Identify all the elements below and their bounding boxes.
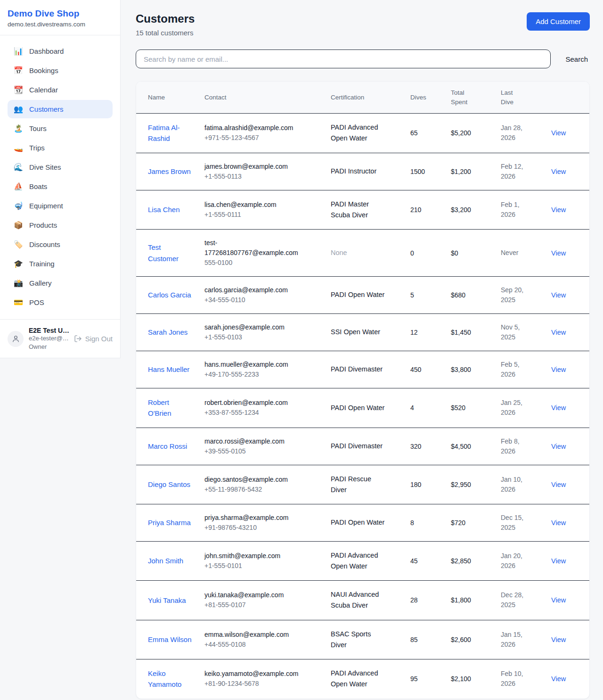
customer-name-link[interactable]: Robert O'Brien — [148, 397, 193, 419]
customer-name-link[interactable]: Marco Rossi — [148, 441, 187, 452]
sidebar-item-products[interactable]: 📦 Products — [8, 216, 113, 234]
customer-phone: +1-555-0103 — [204, 332, 327, 342]
customer-name-link[interactable]: Diego Santos — [148, 479, 190, 490]
customer-email: fatima.alrashid@example.com — [204, 123, 304, 133]
table-row: Keiko Yamamoto keiko.yamamoto@example.co… — [136, 659, 589, 699]
column-header-last-dive: Last Dive — [501, 82, 551, 114]
avatar — [8, 331, 24, 347]
sidebar-item-dashboard[interactable]: 📊 Dashboard — [8, 42, 113, 60]
view-link[interactable]: View — [551, 443, 566, 450]
view-link[interactable]: View — [551, 481, 566, 488]
certification: PADI Rescue Diver — [331, 474, 386, 495]
sidebar-item-calendar[interactable]: 📆 Calendar — [8, 81, 113, 99]
certification: None — [331, 247, 347, 258]
user-role: Owner — [29, 343, 69, 351]
sidebar-item-pos[interactable]: 💳 POS — [8, 293, 113, 312]
table-row: Marco Rossi marco.rossi@example.com +39-… — [136, 428, 589, 465]
customer-name-link[interactable]: John Smith — [148, 555, 183, 566]
sidebar: Demo Dive Shop demo.test.divestreams.com… — [0, 0, 121, 358]
sidebar-item-trips[interactable]: 🚤 Trips — [8, 139, 113, 157]
last-dive: Feb 5, 2026 — [501, 360, 529, 379]
sidebar-item-label: Training — [29, 260, 55, 268]
last-dive: Feb 1, 2026 — [501, 200, 529, 220]
table-header-row: Name Contact Certification Dives Total S… — [136, 82, 589, 114]
sidebar-item-label: Equipment — [29, 202, 63, 210]
page-header-text: Customers 15 total customers — [136, 12, 195, 37]
customer-email: hans.mueller@example.com — [204, 360, 304, 370]
sidebar-nav: 📊 Dashboard 📅 Bookings 📆 Calendar 👥 Cust… — [0, 35, 120, 319]
total-spent: $2,600 — [451, 636, 471, 643]
dives-count: 8 — [410, 519, 414, 527]
last-dive: Feb 12, 2026 — [501, 162, 529, 181]
sidebar-item-bookings[interactable]: 📅 Bookings — [8, 61, 113, 80]
customer-email: marco.rossi@example.com — [204, 436, 304, 446]
view-link[interactable]: View — [551, 557, 566, 565]
sign-out-label: Sign Out — [85, 335, 113, 343]
sidebar-item-customers[interactable]: 👥 Customers — [8, 100, 113, 118]
customer-name-link[interactable]: Yuki Tanaka — [148, 595, 186, 606]
sidebar-item-tours[interactable]: 🏝️ Tours — [8, 119, 113, 138]
view-link[interactable]: View — [551, 168, 566, 175]
search-input[interactable] — [136, 49, 551, 68]
sidebar-item-discounts[interactable]: 🏷️ Discounts — [8, 235, 113, 254]
column-header-dives: Dives — [410, 82, 451, 114]
add-customer-button[interactable]: Add Customer — [527, 12, 590, 31]
person-icon — [12, 335, 20, 343]
customer-phone: +34-555-0110 — [204, 295, 327, 305]
view-link[interactable]: View — [551, 129, 566, 137]
certification: PADI Master Scuba Diver — [331, 199, 386, 221]
view-link[interactable]: View — [551, 249, 566, 257]
customer-name-link[interactable]: Fatima Al-Rashid — [148, 122, 193, 144]
customer-name-link[interactable]: James Brown — [148, 166, 191, 177]
view-link[interactable]: View — [551, 596, 566, 604]
last-dive: Sep 20, 2025 — [501, 285, 529, 305]
sign-out-button[interactable]: Sign Out — [74, 335, 113, 343]
view-link[interactable]: View — [551, 329, 566, 336]
customer-email: keiko.yamamoto@example.com — [204, 669, 304, 679]
customer-name-link[interactable]: Hans Mueller — [148, 364, 189, 375]
last-dive: Nov 5, 2025 — [501, 322, 529, 342]
view-link[interactable]: View — [551, 519, 566, 527]
page-header: Customers 15 total customers Add Custome… — [136, 12, 590, 37]
search-button[interactable]: Search — [563, 52, 590, 66]
column-header-total-spent: Total Spent — [451, 82, 501, 114]
customer-name-link[interactable]: Emma Wilson — [148, 634, 192, 645]
sidebar-item-gallery[interactable]: 📸 Gallery — [8, 274, 113, 292]
dives-count: 65 — [410, 129, 418, 137]
bookings-icon: 📅 — [14, 66, 23, 75]
view-link[interactable]: View — [551, 206, 566, 214]
sidebar-item-dive-sites[interactable]: 🌊 Dive Sites — [8, 158, 113, 176]
last-dive: Dec 28, 2025 — [501, 590, 529, 610]
customer-email: test-1772681807767@example.com — [204, 238, 304, 258]
sidebar-item-training[interactable]: 🎓 Training — [8, 255, 113, 273]
customer-name-link[interactable]: Priya Sharma — [148, 517, 191, 528]
total-spent: $3,800 — [451, 366, 471, 373]
view-link[interactable]: View — [551, 366, 566, 373]
view-link[interactable]: View — [551, 291, 566, 299]
customer-name-link[interactable]: Carlos Garcia — [148, 289, 191, 300]
customer-phone: +81-90-1234-5678 — [204, 679, 327, 689]
sidebar-item-label: Bookings — [29, 66, 58, 74]
column-header-actions — [551, 82, 589, 114]
table-row: Carlos Garcia carlos.garcia@example.com … — [136, 277, 589, 314]
customer-email: james.brown@example.com — [204, 162, 304, 172]
sidebar-item-boats[interactable]: ⛵ Boats — [8, 177, 113, 196]
certification: BSAC Sports Diver — [331, 629, 386, 651]
dives-count: 45 — [410, 557, 418, 565]
discounts-icon: 🏷️ — [14, 240, 23, 249]
view-link[interactable]: View — [551, 675, 566, 683]
table-row: Priya Sharma priya.sharma@example.com +9… — [136, 504, 589, 541]
certification: NAUI Advanced Scuba Diver — [331, 589, 386, 611]
customer-name-link[interactable]: Sarah Jones — [148, 327, 187, 338]
view-link[interactable]: View — [551, 636, 566, 643]
certification: PADI Advanced Open Water — [331, 550, 386, 572]
customer-name-link[interactable]: Keiko Yamamoto — [148, 668, 193, 690]
customer-name-link[interactable]: Test Customer — [148, 242, 193, 264]
total-spent: $2,100 — [451, 675, 471, 683]
customer-phone: +55-11-99876-5432 — [204, 485, 327, 494]
customer-name-link[interactable]: Lisa Chen — [148, 204, 180, 215]
sidebar-item-label: Products — [29, 221, 57, 229]
sidebar-item-equipment[interactable]: 🤿 Equipment — [8, 197, 113, 215]
certification: PADI Advanced Open Water — [331, 668, 386, 690]
view-link[interactable]: View — [551, 404, 566, 412]
